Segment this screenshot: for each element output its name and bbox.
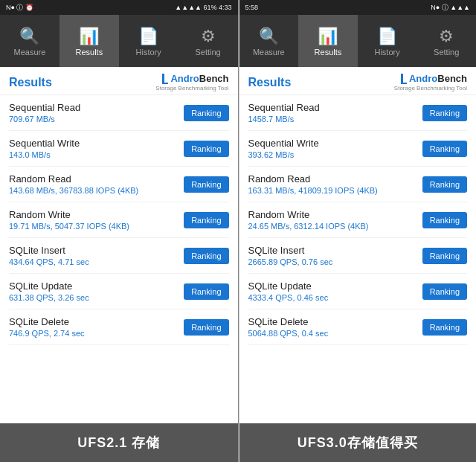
setting-icon: ⚙ xyxy=(201,28,216,45)
nav-item-setting[interactable]: ⚙Setting xyxy=(416,15,476,67)
result-name: SQLite Delete xyxy=(248,316,329,327)
result-info: Random Read 163.31 MB/s, 41809.19 IOPS (… xyxy=(248,173,378,195)
ranking-button[interactable]: Ranking xyxy=(422,319,467,336)
table-row: SQLite Insert 2665.89 QPS, 0.76 sec Rank… xyxy=(248,238,468,274)
androbench-logo: AndroBench Storage Benchmarking Tool xyxy=(394,73,467,92)
ranking-button[interactable]: Ranking xyxy=(184,248,228,264)
result-value: 143.68 MB/s, 36783.88 IOPS (4KB) xyxy=(9,186,138,195)
ranking-button[interactable]: Ranking xyxy=(184,176,228,193)
result-info: Random Read 143.68 MB/s, 36783.88 IOPS (… xyxy=(9,173,138,195)
result-value: 24.65 MB/s, 6312.14 IOPS (4KB) xyxy=(248,222,369,231)
result-name: Random Read xyxy=(248,173,378,185)
nav-item-label: Measure xyxy=(14,48,46,57)
result-name: Sequential Write xyxy=(9,138,80,149)
result-value: 19.71 MB/s, 5047.37 IOPS (4KB) xyxy=(9,222,129,231)
nav-item-history[interactable]: 📄History xyxy=(119,15,178,67)
ranking-button[interactable]: Ranking xyxy=(422,141,467,157)
ranking-button[interactable]: Ranking xyxy=(184,212,228,228)
bottom-banner: UFS2.1 存储 xyxy=(0,423,238,462)
nav-item-measure[interactable]: 🔍Measure xyxy=(0,15,60,67)
setting-icon: ⚙ xyxy=(439,28,454,45)
result-name: Random Write xyxy=(9,209,129,220)
nav-item-history[interactable]: 📄History xyxy=(358,15,417,67)
results-icon: 📊 xyxy=(318,28,338,45)
result-name: SQLite Insert xyxy=(9,245,89,256)
nav-bar: 🔍Measure📊Results📄History⚙Setting xyxy=(239,15,477,67)
history-icon: 📄 xyxy=(377,28,397,45)
results-header: Results AndroBench Storage Benchmarking … xyxy=(0,67,238,95)
results-title: Results xyxy=(9,76,52,89)
nav-item-label: Results xyxy=(75,48,103,57)
nav-bar: 🔍Measure📊Results📄History⚙Setting xyxy=(0,15,238,67)
logo-text: AndroBench xyxy=(162,73,228,84)
result-value: 746.9 QPS, 2.74 sec xyxy=(9,329,85,338)
nav-item-setting[interactable]: ⚙Setting xyxy=(178,15,238,67)
content-area: Results AndroBench Storage Benchmarking … xyxy=(0,67,238,423)
androbench-logo: AndroBench Storage Benchmarking Tool xyxy=(155,73,228,92)
nav-item-label: Results xyxy=(315,48,342,57)
result-value: 631.38 QPS, 3.26 sec xyxy=(9,293,89,302)
result-value: 163.31 MB/s, 41809.19 IOPS (4KB) xyxy=(248,186,378,195)
logo-a-shape xyxy=(401,74,407,84)
table-row: SQLite Insert 434.64 QPS, 4.71 sec Ranki… xyxy=(9,238,229,274)
ranking-button[interactable]: Ranking xyxy=(184,105,228,121)
result-value: 4333.4 QPS, 0.46 sec xyxy=(248,293,329,302)
nav-item-results[interactable]: 📊Results xyxy=(60,15,119,67)
result-list: Sequential Read 1458.7 MB/s Ranking Sequ… xyxy=(239,95,477,423)
result-info: Random Write 19.71 MB/s, 5047.37 IOPS (4… xyxy=(9,209,129,231)
logo-brand: AndroBench xyxy=(170,73,228,84)
ranking-button[interactable]: Ranking xyxy=(184,319,228,336)
table-row: SQLite Update 631.38 QPS, 3.26 sec Ranki… xyxy=(9,274,229,309)
logo-brand: AndroBench xyxy=(409,73,467,84)
result-info: SQLite Delete 5064.88 QPS, 0.4 sec xyxy=(248,316,329,338)
table-row: Random Write 24.65 MB/s, 6312.14 IOPS (4… xyxy=(248,202,468,238)
result-name: Sequential Read xyxy=(9,102,80,113)
ranking-button[interactable]: Ranking xyxy=(422,105,467,121)
history-icon: 📄 xyxy=(138,28,158,45)
nav-item-label: Setting xyxy=(434,48,459,57)
content-area: Results AndroBench Storage Benchmarking … xyxy=(239,67,477,423)
panel-left: N● ⓘ ⏰▲▲▲▲ 61% 4:33🔍Measure📊Results📄Hist… xyxy=(0,0,238,462)
results-title: Results xyxy=(248,76,292,89)
logo-sub: Storage Benchmarking Tool xyxy=(394,85,467,92)
logo-sub: Storage Benchmarking Tool xyxy=(155,85,228,92)
nav-item-label: Setting xyxy=(195,48,220,57)
table-row: Random Read 163.31 MB/s, 41809.19 IOPS (… xyxy=(248,167,468,202)
result-info: Sequential Write 393.62 MB/s xyxy=(248,138,319,159)
ranking-button[interactable]: Ranking xyxy=(422,283,467,300)
result-info: Sequential Read 1458.7 MB/s xyxy=(248,102,320,123)
table-row: Sequential Read 709.67 MB/s Ranking xyxy=(9,95,229,131)
nav-item-label: History xyxy=(374,48,399,57)
table-row: SQLite Update 4333.4 QPS, 0.46 sec Ranki… xyxy=(248,274,468,309)
result-name: Random Write xyxy=(248,209,369,220)
banner-text: UFS2.1 存储 xyxy=(77,434,160,452)
result-name: SQLite Update xyxy=(9,280,89,292)
result-name: Random Read xyxy=(9,173,138,185)
result-info: SQLite Insert 434.64 QPS, 4.71 sec xyxy=(9,245,89,266)
results-header: Results AndroBench Storage Benchmarking … xyxy=(239,67,477,95)
status-right: N● ⓘ ▲▲▲ xyxy=(431,3,470,13)
result-value: 1458.7 MB/s xyxy=(248,115,320,123)
ranking-button[interactable]: Ranking xyxy=(422,212,467,228)
result-info: SQLite Update 4333.4 QPS, 0.46 sec xyxy=(248,280,329,302)
logo-a-shape xyxy=(162,74,168,84)
nav-item-results[interactable]: 📊Results xyxy=(298,15,358,67)
status-bar: 5:58N● ⓘ ▲▲▲ xyxy=(239,0,477,15)
nav-item-measure[interactable]: 🔍Measure xyxy=(239,15,299,67)
ranking-button[interactable]: Ranking xyxy=(184,141,228,157)
result-value: 709.67 MB/s xyxy=(9,115,80,123)
ranking-button[interactable]: Ranking xyxy=(422,176,467,193)
result-name: Sequential Read xyxy=(248,102,320,113)
ranking-button[interactable]: Ranking xyxy=(184,283,228,300)
table-row: Random Write 19.71 MB/s, 5047.37 IOPS (4… xyxy=(9,202,229,238)
result-name: SQLite Insert xyxy=(248,245,333,256)
result-name: Sequential Write xyxy=(248,138,319,149)
table-row: Random Read 143.68 MB/s, 36783.88 IOPS (… xyxy=(9,167,229,202)
banner-text: UFS3.0存储值得买 xyxy=(298,434,418,452)
status-bar: N● ⓘ ⏰▲▲▲▲ 61% 4:33 xyxy=(0,0,238,15)
result-list: Sequential Read 709.67 MB/s Ranking Sequ… xyxy=(0,95,238,423)
result-value: 434.64 QPS, 4.71 sec xyxy=(9,257,89,266)
result-name: SQLite Update xyxy=(248,280,329,292)
result-info: Sequential Read 709.67 MB/s xyxy=(9,102,80,123)
ranking-button[interactable]: Ranking xyxy=(422,248,467,264)
